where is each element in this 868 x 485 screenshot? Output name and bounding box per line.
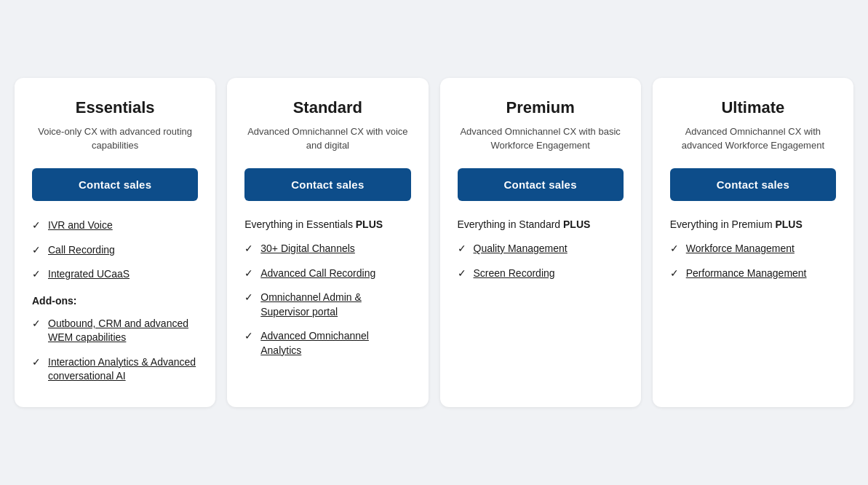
list-item: ✓Integrated UCaaS	[32, 267, 198, 282]
premium-contact-button[interactable]: Contact sales	[458, 168, 624, 201]
standard-everything-plus: Everything in Essentials PLUS	[244, 218, 410, 230]
addon-text: Interaction Analytics & Advanced convers…	[48, 355, 198, 384]
essentials-addons: ✓Outbound, CRM and advanced WEM capabili…	[32, 317, 198, 384]
feature-text: Workforce Management	[686, 242, 795, 256]
feature-text: Advanced Call Recording	[260, 267, 375, 281]
list-item: ✓Workforce Management	[670, 242, 836, 256]
check-icon: ✓	[670, 267, 679, 279]
list-item: ✓Advanced Omnichannel Analytics	[244, 329, 410, 358]
standard-contact-button[interactable]: Contact sales	[244, 168, 410, 201]
feature-text: Performance Management	[686, 267, 807, 281]
feature-text: IVR and Voice	[48, 218, 113, 233]
feature-text: Omnichannel Admin & Supervisor portal	[260, 291, 410, 319]
standard-subtitle: Advanced Omnichannel CX with voice and d…	[244, 125, 410, 154]
feature-text: Call Recording	[48, 243, 115, 258]
check-icon: ✓	[32, 356, 41, 368]
essentials-subtitle: Voice-only CX with advanced routing capa…	[32, 125, 198, 154]
card-ultimate: UltimateAdvanced Omnichannel CX with adv…	[653, 78, 853, 407]
list-item: ✓Outbound, CRM and advanced WEM capabili…	[32, 317, 198, 345]
addon-text: Outbound, CRM and advanced WEM capabilit…	[48, 317, 198, 345]
essentials-addons-label: Add-ons:	[32, 295, 198, 307]
check-icon: ✓	[244, 242, 253, 254]
standard-features: ✓30+ Digital Channels✓Advanced Call Reco…	[244, 242, 410, 358]
card-standard: StandardAdvanced Omnichannel CX with voi…	[227, 78, 428, 407]
essentials-contact-button[interactable]: Contact sales	[32, 168, 198, 201]
list-item: ✓Screen Recording	[458, 267, 624, 281]
pricing-container: EssentialsVoice-only CX with advanced ro…	[15, 78, 853, 407]
check-icon: ✓	[244, 267, 253, 279]
card-premium: PremiumAdvanced Omnichannel CX with basi…	[440, 78, 641, 407]
premium-everything-plus: Everything in Standard PLUS	[458, 218, 624, 230]
list-item: ✓30+ Digital Channels	[244, 242, 410, 256]
essentials-features: ✓IVR and Voice✓Call Recording✓Integrated…	[32, 218, 198, 282]
list-item: ✓Call Recording	[32, 243, 198, 258]
feature-text: Screen Recording	[474, 267, 555, 281]
check-icon: ✓	[32, 318, 41, 329]
premium-features: ✓Quality Management✓Screen Recording	[458, 242, 624, 280]
ultimate-subtitle: Advanced Omnichannel CX with advanced Wo…	[670, 125, 836, 154]
ultimate-features: ✓Workforce Management✓Performance Manage…	[670, 242, 836, 280]
list-item: ✓Omnichannel Admin & Supervisor portal	[244, 291, 410, 319]
ultimate-title: Ultimate	[670, 98, 836, 117]
ultimate-contact-button[interactable]: Contact sales	[670, 168, 836, 201]
list-item: ✓IVR and Voice	[32, 218, 198, 233]
feature-text: Integrated UCaaS	[48, 267, 130, 282]
list-item: ✓Performance Management	[670, 267, 836, 281]
list-item: ✓Quality Management	[458, 242, 624, 256]
feature-text: 30+ Digital Channels	[260, 242, 355, 256]
premium-title: Premium	[458, 98, 624, 117]
check-icon: ✓	[32, 219, 41, 231]
check-icon: ✓	[244, 291, 253, 303]
check-icon: ✓	[458, 242, 466, 254]
list-item: ✓Advanced Call Recording	[244, 267, 410, 281]
standard-title: Standard	[244, 98, 410, 117]
check-icon: ✓	[458, 267, 466, 279]
check-icon: ✓	[32, 244, 41, 256]
feature-text: Quality Management	[474, 242, 568, 256]
ultimate-everything-plus: Everything in Premium PLUS	[670, 218, 836, 230]
essentials-title: Essentials	[32, 98, 198, 117]
card-essentials: EssentialsVoice-only CX with advanced ro…	[15, 78, 215, 407]
check-icon: ✓	[32, 268, 41, 280]
check-icon: ✓	[670, 242, 679, 254]
check-icon: ✓	[244, 330, 253, 342]
list-item: ✓Interaction Analytics & Advanced conver…	[32, 355, 198, 384]
premium-subtitle: Advanced Omnichannel CX with basic Workf…	[458, 125, 624, 154]
feature-text: Advanced Omnichannel Analytics	[260, 329, 410, 358]
